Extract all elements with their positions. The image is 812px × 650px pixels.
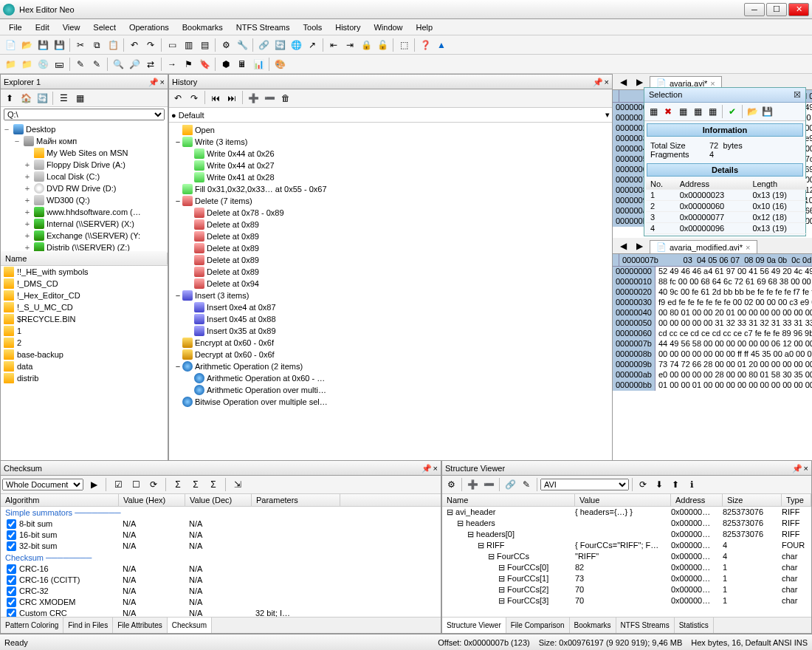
list-item[interactable]: 2 [1,337,168,349]
menu-ntfs-streams[interactable]: NTFS Streams [230,21,296,33]
tab[interactable]: Structure Viewer [442,618,506,633]
list-item[interactable]: !_S_U_MC_CD [1,301,168,313]
tree-item[interactable]: +Floppy Disk Drive (A:) [2,159,166,171]
tab[interactable]: Pattern Coloring [1,618,63,633]
checksum-row[interactable]: 32-bit sumN/AN/A [1,541,441,552]
list-item[interactable]: !_DMS_CD [1,278,168,290]
struct-row[interactable]: ⊟ FourCCs[0]820x00000…1char [442,562,811,573]
help-icon[interactable]: ❓ [418,38,433,52]
menu-bookmarks[interactable]: Bookmarks [176,21,229,33]
folder-tree[interactable]: −Desktop−Майн компMy Web Sites on MSN+Fl… [1,122,168,251]
cut-icon[interactable]: ✂ [73,38,88,52]
home-icon[interactable]: 🏠 [18,91,33,106]
struct-icon[interactable]: ℹ [684,477,699,492]
tab-close-icon[interactable]: × [710,79,715,88]
replace-icon[interactable]: ⇄ [143,57,158,72]
tool-icon[interactable]: ⚙ [219,38,233,52]
menu-select[interactable]: Select [87,21,122,33]
bin-icon[interactable]: ⬢ [219,57,233,72]
history-item[interactable]: −Arithmetic Operation (2 items) [171,360,610,372]
export-icon[interactable]: ⇲ [230,477,245,492]
pin-icon[interactable]: 📌 [148,78,157,86]
tree-item[interactable]: +WD300 (Q:) [2,194,166,206]
tree-item[interactable]: +Internal (\\SERVER) (X:) [2,218,166,230]
struct-row[interactable]: ⊟ FourCCs[1]730x00000…1char [442,573,811,584]
hex-editor-2[interactable]: 0000007b 03 04 05 06 07 08 09 0a 0b 0c 0… [613,254,812,460]
tab[interactable]: Find in Files [63,618,113,633]
panel-close-icon[interactable]: × [804,464,808,473]
sel-tool-icon[interactable]: ✔ [726,105,739,118]
struct-icon[interactable]: ⬇ [652,477,667,492]
redo-icon[interactable]: ↷ [143,38,158,52]
next-icon[interactable]: ⇥ [343,38,357,52]
folder-icon[interactable]: 📁 [3,57,18,72]
struct-row[interactable]: ⊟ avi_header{ headers={…} }0x00000…82537… [442,507,811,518]
open-icon[interactable]: 📂 [19,38,34,52]
checksum-row[interactable]: CRC-32N/AN/A [1,586,441,597]
sel-tool-icon[interactable]: 📂 [746,105,759,118]
drive-select[interactable]: Q:\ [4,109,165,120]
close-button[interactable]: ✕ [788,3,809,16]
sel-tool-icon[interactable]: ▦ [676,105,689,118]
history-item[interactable]: Delete at 0x89 [171,266,610,278]
tab[interactable]: File Comparison [506,618,570,633]
tree-item[interactable]: +Local Disk (C:) [2,171,166,182]
checksum-row[interactable]: 8-bit sumN/AN/A [1,519,441,530]
pin-icon[interactable]: 📌 [792,464,801,473]
history-item[interactable]: Decrypt at 0x60 - 0x6f [171,349,610,360]
chk-icon[interactable]: ☑ [111,477,125,492]
sel-tool-icon[interactable]: ✖ [661,105,675,118]
struct-icon[interactable]: ⬆ [668,477,683,492]
panel-close-icon[interactable]: × [160,78,165,86]
selection-close-icon[interactable]: ☒ [794,90,801,100]
copy-icon[interactable]: ⧉ [89,38,104,52]
list-item[interactable]: 1 [1,325,168,337]
history-item[interactable]: Write 0x41 at 0x28 [171,171,610,183]
filter-icon[interactable]: ▦ [72,91,87,106]
tab-next-icon[interactable]: ▶ [632,239,647,253]
minimize-button[interactable]: ─ [744,3,765,16]
scheme-select[interactable]: AVI [540,479,629,490]
refresh-icon[interactable]: 🔄 [272,38,287,52]
checksum-row[interactable]: CRC-16 (CCITT)N/AN/A [1,575,441,586]
history-item[interactable]: Arithmetic Operation over multi… [171,384,610,396]
hist-tool-icon[interactable]: 🗑 [278,91,293,106]
hist-tool-icon[interactable]: ⏮ [208,91,223,106]
tab[interactable]: NTFS Streams [616,618,675,633]
struct-icon[interactable]: ➕ [465,477,480,492]
unlock-icon[interactable]: 🔓 [375,38,390,52]
tree-item[interactable]: +Distrib (\\SERVER) (Z:) [2,242,166,251]
history-item[interactable]: −Insert (3 items) [171,290,610,301]
new-icon[interactable]: 📄 [3,38,18,52]
struct-row[interactable]: ⊟ headers[0]0x00000…825373076RIFF [442,529,811,540]
tab-prev-icon[interactable]: ◀ [616,239,630,253]
menu-operations[interactable]: Operations [123,21,175,33]
globe-icon[interactable]: 🌐 [289,38,303,52]
sel-tool-icon[interactable]: ▦ [647,105,660,118]
selection-window[interactable]: Selection ☒ ▦ ✖ ▦ ▦ ▦ ✔ 📂 💾 Information … [644,87,806,236]
list-item[interactable]: $RECYCLE.BIN [1,313,168,325]
refresh2-icon[interactable]: 🔄 [35,91,49,106]
panel-close-icon[interactable]: × [433,464,438,473]
list-item[interactable]: data [1,360,168,372]
history-item[interactable]: Fill 0x31,0x32,0x33… at 0x55 - 0x67 [171,183,610,195]
hist-tool-icon[interactable]: ➕ [246,91,261,106]
split-v-icon[interactable]: ▤ [197,38,212,52]
sel-tool-icon[interactable]: ▦ [706,105,719,118]
find-next-icon[interactable]: 🔎 [127,57,142,72]
panel-close-icon[interactable]: × [605,78,609,86]
hist-tool-icon[interactable]: ⏭ [224,91,239,106]
view-icon[interactable]: ☰ [56,91,71,106]
history-item[interactable]: −Delete (7 items) [171,195,610,207]
tab[interactable]: File Attributes [113,618,168,633]
struct-icon[interactable]: 🔗 [503,477,517,492]
pin-icon[interactable]: 📌 [422,464,430,473]
history-item[interactable]: Delete at 0x89 [171,230,610,242]
tree-item[interactable]: My Web Sites on MSN [2,147,166,159]
menu-history[interactable]: History [329,21,366,33]
disk-icon[interactable]: 💿 [35,57,50,72]
struct-row[interactable]: ⊟ FourCCs[2]700x00000…1char [442,584,811,595]
history-item[interactable]: Insert 0xe4 at 0x87 [171,301,610,313]
struct-row[interactable]: ⊟ RIFF{ FourCCs="RIFF"; F…0x00000…4FOUR [442,540,811,551]
sel-tool-icon[interactable]: ▦ [691,105,704,118]
